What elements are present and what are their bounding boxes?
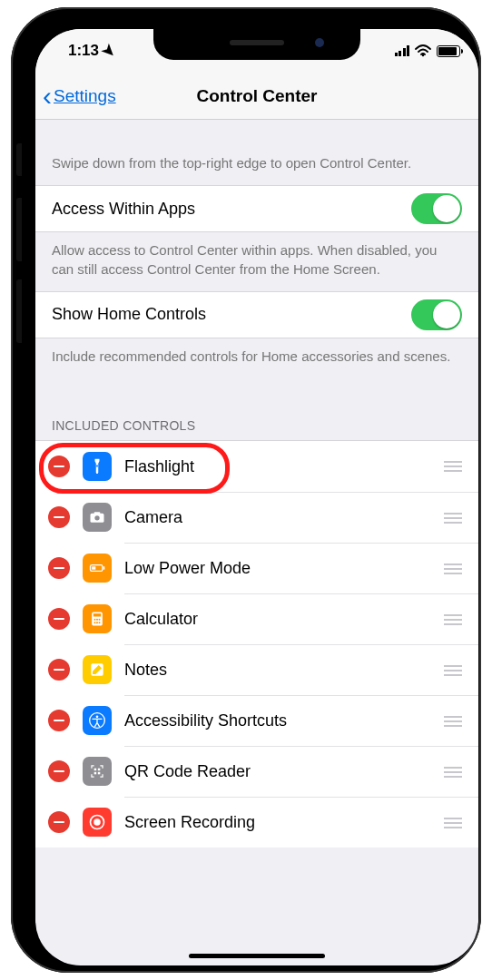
svg-rect-3: [94, 512, 101, 514]
list-item[interactable]: Screen Recording: [35, 797, 478, 848]
svg-rect-1: [96, 465, 98, 467]
svg-point-15: [99, 622, 101, 623]
svg-point-14: [96, 622, 98, 623]
record-icon: [83, 808, 112, 837]
content-scroll[interactable]: Swipe down from the top-right edge to op…: [35, 120, 478, 848]
remove-button[interactable]: [48, 710, 70, 731]
phone-frame: 1:13 ➤ ‹ Settings Control Center Swipe d…: [11, 7, 481, 973]
svg-rect-20: [98, 769, 101, 771]
list-item[interactable]: Calculator: [35, 593, 478, 644]
wifi-icon: [415, 44, 431, 57]
qr-icon: [83, 757, 112, 786]
access-within-apps-row[interactable]: Access Within Apps: [35, 185, 478, 232]
drag-handle[interactable]: [444, 818, 462, 828]
included-controls-list: FlashlightCameraLow Power ModeCalculator…: [35, 440, 478, 848]
svg-rect-6: [103, 566, 105, 569]
list-item[interactable]: Accessibility Shortcuts: [35, 695, 478, 746]
remove-button[interactable]: [48, 659, 70, 681]
svg-rect-22: [98, 772, 101, 775]
svg-point-0: [422, 54, 424, 56]
svg-point-24: [93, 818, 101, 826]
home-footer: Include recommended controls for Home ac…: [35, 338, 478, 378]
svg-rect-7: [92, 566, 95, 569]
side-button: [16, 279, 22, 343]
drag-handle[interactable]: [444, 461, 462, 472]
list-item[interactable]: QR Code Reader: [35, 746, 478, 797]
svg-point-12: [99, 619, 101, 621]
cellular-icon: [395, 45, 410, 56]
access-footer: Allow access to Control Center within ap…: [35, 232, 478, 291]
location-icon: ➤: [98, 40, 121, 63]
flashlight-icon: [83, 452, 112, 481]
notch: [153, 29, 360, 60]
remove-button[interactable]: [48, 811, 70, 833]
back-label: Settings: [54, 86, 116, 106]
drag-handle[interactable]: [444, 614, 462, 625]
list-item[interactable]: Camera: [35, 492, 478, 543]
drag-handle[interactable]: [444, 564, 462, 574]
drag-handle[interactable]: [444, 767, 462, 778]
notes-icon: [83, 655, 112, 684]
item-label: Camera: [124, 508, 182, 527]
drag-handle[interactable]: [444, 665, 462, 676]
item-label: QR Code Reader: [124, 762, 251, 781]
list-item[interactable]: Notes: [35, 644, 478, 695]
svg-point-13: [94, 622, 96, 623]
list-item[interactable]: Low Power Mode: [35, 543, 478, 593]
home-indicator[interactable]: [189, 954, 325, 958]
remove-button[interactable]: [48, 506, 70, 528]
item-label: Accessibility Shortcuts: [124, 711, 287, 730]
nav-bar: ‹ Settings Control Center: [35, 73, 478, 120]
accessibility-icon: [83, 706, 112, 735]
intro-text: Swipe down from the top-right edge to op…: [35, 120, 478, 185]
battery-icon: [83, 554, 112, 583]
status-time: 1:13: [68, 42, 99, 60]
camera-icon: [83, 503, 112, 532]
back-button[interactable]: ‹ Settings: [43, 83, 116, 110]
remove-button[interactable]: [48, 557, 70, 579]
remove-button[interactable]: [48, 760, 70, 782]
svg-point-11: [96, 619, 98, 621]
drag-handle[interactable]: [444, 513, 462, 524]
included-controls-header: INCLUDED CONTROLS: [35, 378, 478, 440]
side-button: [16, 143, 22, 176]
remove-button[interactable]: [48, 608, 70, 630]
item-label: Notes: [124, 661, 167, 680]
show-home-controls-row[interactable]: Show Home Controls: [35, 291, 478, 338]
svg-rect-9: [93, 613, 101, 616]
side-button: [16, 198, 22, 261]
calculator-icon: [83, 604, 112, 633]
item-label: Flashlight: [124, 457, 194, 476]
svg-point-18: [96, 716, 99, 719]
row-label: Show Home Controls: [52, 305, 206, 324]
item-label: Low Power Mode: [124, 559, 251, 578]
item-label: Calculator: [124, 610, 198, 629]
svg-point-4: [94, 515, 99, 520]
remove-button[interactable]: [48, 456, 70, 477]
chevron-left-icon: ‹: [43, 83, 52, 110]
svg-point-10: [94, 619, 96, 621]
battery-icon: [437, 45, 460, 57]
access-within-apps-toggle[interactable]: [411, 193, 462, 224]
row-label: Access Within Apps: [52, 200, 195, 219]
list-item[interactable]: Flashlight: [35, 441, 478, 492]
svg-rect-19: [94, 769, 97, 771]
item-label: Screen Recording: [124, 813, 255, 832]
drag-handle[interactable]: [444, 716, 462, 727]
show-home-controls-toggle[interactable]: [411, 299, 462, 330]
svg-rect-21: [94, 772, 97, 775]
